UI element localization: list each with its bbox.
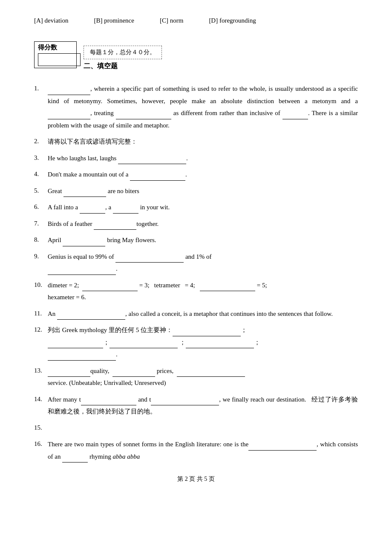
question-3: 3. He who laughs last, laughs .: [34, 152, 358, 165]
blank-3-1[interactable]: [118, 158, 186, 164]
blank-6-2[interactable]: [113, 207, 138, 214]
page-footer: 第 2 页 共 5 页: [34, 475, 358, 483]
options-row: [A] deviation [B] prominence [C] norm [D…: [34, 17, 358, 24]
question-10: 10. dimeter = 2; = 3; tetrameter = 4; = …: [34, 279, 358, 304]
blank-12-5[interactable]: [48, 354, 116, 361]
question-6: 6. A fall into a , a in your wit.: [34, 201, 358, 214]
blank-12-1[interactable]: [173, 330, 241, 336]
blank-16-2[interactable]: [62, 456, 88, 462]
question-14: 14. After many t and t, we finally reach…: [34, 393, 358, 418]
questions-list: 1. , wherein a specific part of somethin…: [34, 83, 358, 462]
question-8: 8. April bring May flowers.: [34, 234, 358, 246]
blank-12-2[interactable]: [48, 342, 103, 348]
section-title: 二、填空题: [84, 62, 162, 71]
question-1: 1. , wherein a specific part of somethin…: [34, 83, 358, 131]
blank-13-2[interactable]: [112, 370, 155, 377]
question-12: 12. 列出 Greek mythology 里的任何 5 位主要神：； ； ；…: [34, 324, 358, 361]
blank-8-1[interactable]: [63, 240, 105, 246]
blank-9-1[interactable]: [115, 256, 184, 263]
question-13: 13. quality, prices, service. (Unbeatabl…: [34, 365, 358, 389]
blank-13-3[interactable]: [177, 370, 245, 377]
blank-5-1[interactable]: [63, 191, 106, 197]
question-9: 9. Genius is equal to 99% of and 1% of .: [34, 251, 358, 275]
question-5: 5. Great are no biters: [34, 185, 358, 197]
option-c: [C] norm: [160, 17, 183, 24]
question-16: 16. There are two main types of sonnet f…: [34, 438, 358, 462]
blank-6-1[interactable]: [80, 207, 105, 214]
blank-12-4[interactable]: [186, 342, 254, 348]
blank-11-1[interactable]: [57, 313, 125, 320]
blank-13-1[interactable]: [48, 370, 90, 377]
question-4: 4. Don't make a mountain out of a .: [34, 168, 358, 181]
blank-14-1[interactable]: [81, 399, 136, 405]
option-d: [D] foregrounding: [209, 17, 256, 24]
score-and-header: 得分数 每题１分，总分４０分。 二、填空题: [34, 41, 358, 77]
section-info: 每题１分，总分４０分。 二、填空题: [84, 41, 162, 77]
score-input-box[interactable]: [38, 53, 81, 66]
question-2: 2. 请将以下名言或谚语填写完整：: [34, 136, 358, 148]
blank-1-1[interactable]: [48, 89, 90, 95]
score-box: 得分数: [34, 41, 77, 68]
blank-1-3[interactable]: [116, 113, 171, 119]
question-11: 11. An , also called a conceit, is a met…: [34, 308, 358, 320]
blank-10-2[interactable]: [200, 285, 255, 291]
blank-12-3[interactable]: [110, 342, 178, 348]
question-7: 7. Birds of a feather together.: [34, 218, 358, 230]
blank-4-1[interactable]: [130, 174, 185, 181]
blank-16-1[interactable]: [248, 444, 317, 451]
option-a: [A] deviation: [34, 17, 68, 24]
blank-10-1[interactable]: [82, 285, 138, 291]
blank-1-2[interactable]: [48, 113, 90, 119]
blank-9-2[interactable]: [48, 269, 116, 275]
blank-7-1[interactable]: [94, 223, 136, 230]
blank-1-4[interactable]: [282, 113, 308, 119]
blank-14-2[interactable]: [151, 399, 219, 405]
option-b: [B] prominence: [94, 17, 134, 24]
question-15: 15.: [34, 422, 358, 434]
instruction-text: 每题１分，总分４０分。: [84, 46, 162, 59]
